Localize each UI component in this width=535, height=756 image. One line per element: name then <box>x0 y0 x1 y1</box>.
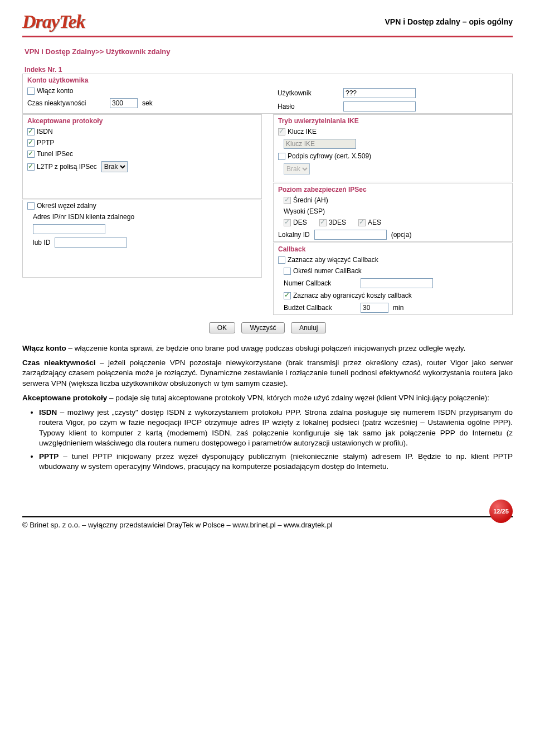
remote-node-label: Określ węzeł zdalny <box>37 202 96 210</box>
des-label: DES <box>293 219 307 226</box>
ah-checkbox <box>284 197 291 204</box>
localid-input[interactable] <box>314 230 387 240</box>
section-protocols: Akceptowane protokoły <box>23 115 261 126</box>
pptp-checkbox[interactable] <box>27 139 35 147</box>
ike-key-input <box>284 139 356 149</box>
ok-button[interactable]: OK <box>209 322 235 333</box>
section-ipsec-level: Poziom zabezpieczeń IPSec <box>274 183 512 195</box>
pptp-label: PPTP <box>37 139 54 147</box>
3des-checkbox <box>319 219 327 226</box>
logo: DrayTek <box>22 11 85 32</box>
cert-label: Podpis cyfrowy (cert. X.509) <box>288 152 371 160</box>
ipsec-label: Tunel IPSec <box>37 150 73 158</box>
l2tp-checkbox[interactable] <box>27 163 35 171</box>
ike-key-label: Klucz IKE <box>288 128 317 135</box>
enable-account-label: Włącz konto <box>37 87 73 95</box>
section-ike: Tryb uwierzytelniania IKE <box>274 115 512 126</box>
body-text: Włącz konto – włączenie konta sprawi, że… <box>22 343 513 472</box>
aes-checkbox <box>358 219 366 226</box>
3des-label: 3DES <box>329 219 346 226</box>
page-badge: 12/25 <box>489 500 513 523</box>
or-id-label: lub ID <box>33 239 50 246</box>
l2tp-select[interactable]: Brak <box>101 161 128 172</box>
callback-enable-label: Zaznacz aby włączyć Callback <box>288 256 378 264</box>
cancel-button[interactable]: Anuluj <box>291 322 326 333</box>
des-checkbox <box>284 219 291 226</box>
localid-label: Lokalny ID <box>278 231 310 239</box>
ipsec-checkbox[interactable] <box>27 151 35 158</box>
doc-title: VPN i Dostęp zdalny – opis ogólny <box>385 17 513 26</box>
aes-label: AES <box>368 219 381 226</box>
enable-account-checkbox[interactable] <box>27 88 35 95</box>
isdn-checkbox[interactable] <box>27 128 35 135</box>
idle-unit: sek <box>142 99 153 107</box>
localid-opt: (opcja) <box>391 231 412 239</box>
callback-num-input[interactable] <box>361 278 433 288</box>
breadcrumb: VPN i Dostęp Zdalny>> Użytkownik zdalny <box>22 42 513 66</box>
ike-key-checkbox <box>278 128 285 135</box>
cert-select: Brak <box>284 163 310 175</box>
callback-specify-checkbox[interactable] <box>284 268 291 275</box>
user-label: Użytkownik <box>278 89 339 97</box>
l2tp-label: L2TP z polisą IPSec <box>37 163 97 171</box>
remote-ip-label: Adres IP/nr ISDN klienta zdalnego <box>33 213 134 221</box>
callback-budget-label: Budżet Callback <box>284 304 356 312</box>
esp-label: Wysoki (ESP) <box>284 207 325 215</box>
section-callback: Callback <box>274 243 512 254</box>
config-screenshot: VPN i Dostęp Zdalny>> Użytkownik zdalny … <box>22 42 513 338</box>
pass-input[interactable] <box>343 101 416 112</box>
remote-ip-input[interactable] <box>33 224 105 234</box>
footer-text: © Brinet sp. z o.o. – wyłączny przedstaw… <box>22 521 333 529</box>
section-account: Konto użytkownika <box>23 74 262 85</box>
ah-label: Średni (AH) <box>293 196 328 204</box>
cert-checkbox[interactable] <box>278 153 285 160</box>
callback-num-label: Numer Callback <box>284 279 356 287</box>
index-label: Indeks Nr. 1 <box>22 66 513 74</box>
idle-label: Czas nieaktywności <box>27 99 105 107</box>
callback-limit-checkbox[interactable] <box>284 292 291 299</box>
callback-specify-label: Określ numer CallBack <box>293 267 362 275</box>
user-input[interactable] <box>343 88 416 98</box>
callback-budget-input[interactable] <box>361 303 388 313</box>
callback-limit-label: Zaznacz aby ograniczyć koszty callback <box>293 292 412 299</box>
pass-label: Hasło <box>278 103 339 110</box>
remote-node-checkbox[interactable] <box>27 202 35 210</box>
callback-budget-unit: min <box>393 304 403 312</box>
clear-button[interactable]: Wyczyść <box>241 322 284 333</box>
or-id-input[interactable] <box>55 238 127 248</box>
idle-input[interactable] <box>110 98 138 108</box>
isdn-label: ISDN <box>37 128 53 135</box>
callback-enable-checkbox[interactable] <box>278 256 285 264</box>
